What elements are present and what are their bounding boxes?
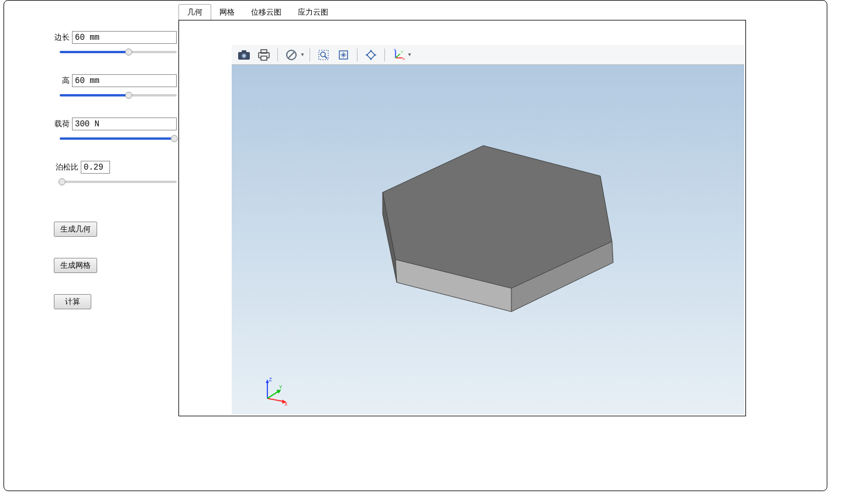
toolbar-separator <box>357 49 357 61</box>
zoom-rect-icon[interactable] <box>315 47 332 63</box>
svg-line-11 <box>325 56 327 58</box>
param-label: 边长 <box>54 32 70 43</box>
chevron-down-icon[interactable]: ▼ <box>407 52 412 57</box>
toolbar-separator <box>310 49 310 61</box>
param-slider[interactable] <box>60 134 177 143</box>
svg-line-8 <box>288 51 295 58</box>
param-slider[interactable] <box>60 47 177 57</box>
generate-geometry-button[interactable]: 生成几何 <box>54 222 97 237</box>
hexagon-prism-model <box>372 141 630 328</box>
axis-z-label: Z <box>269 377 272 382</box>
sidebar: 边长 高 载荷 泊松比 <box>54 31 177 309</box>
param-group: 泊松比 <box>54 161 177 187</box>
generate-mesh-button[interactable]: 生成网格 <box>54 258 97 273</box>
tab-1[interactable]: 网格 <box>211 5 243 20</box>
svg-text:X: X <box>403 57 405 61</box>
svg-rect-1 <box>242 50 246 53</box>
toolbar-separator <box>384 49 385 61</box>
tab-0[interactable]: 几何 <box>178 4 211 20</box>
deny-icon[interactable] <box>283 47 300 63</box>
svg-line-28 <box>267 398 284 401</box>
svg-text:Y: Y <box>401 50 403 54</box>
camera-icon[interactable] <box>235 47 253 63</box>
param-slider[interactable] <box>60 177 177 187</box>
print-icon[interactable] <box>255 47 273 63</box>
axis-x-label: X <box>284 402 288 406</box>
svg-line-30 <box>267 391 279 399</box>
param-label: 高 <box>54 75 70 86</box>
param-group: 高 <box>54 74 177 100</box>
viewport[interactable]: ▼ ZYX ▼ <box>232 45 744 415</box>
param-group: 边长 <box>54 31 177 57</box>
svg-point-10 <box>321 52 325 57</box>
param-slider[interactable] <box>60 91 177 100</box>
viewport-toolbar: ▼ ZYX ▼ <box>232 45 744 65</box>
fit-view-icon[interactable] <box>335 47 352 63</box>
svg-line-15 <box>396 54 400 58</box>
svg-text:Z: Z <box>394 49 396 51</box>
param-label: 载荷 <box>54 119 70 129</box>
axis-triad: Z Y X <box>261 377 290 406</box>
param-label: 泊松比 <box>54 162 78 172</box>
param-input-2[interactable] <box>72 118 177 130</box>
toolbar-separator <box>277 49 278 61</box>
svg-point-3 <box>243 54 246 57</box>
tab-bar: 几何网格位移云图应力云图 <box>178 6 336 20</box>
param-group: 载荷 <box>54 118 177 143</box>
viewport-frame: ▼ ZYX ▼ <box>178 20 746 416</box>
tab-2[interactable]: 位移云图 <box>243 5 290 20</box>
param-input-0[interactable] <box>72 31 177 44</box>
app-frame: 边长 高 载荷 泊松比 <box>4 0 827 491</box>
axes-orientation-icon[interactable]: ZYX <box>390 47 407 63</box>
axis-y-label: Y <box>279 385 283 390</box>
chevron-down-icon[interactable]: ▼ <box>300 52 305 57</box>
diamond-expand-icon[interactable] <box>362 47 380 63</box>
param-input-3[interactable] <box>81 161 110 174</box>
param-input-1[interactable] <box>72 74 177 87</box>
svg-rect-6 <box>261 56 267 60</box>
tab-3[interactable]: 应力云图 <box>290 5 336 20</box>
model-canvas[interactable]: Z Y X <box>232 65 744 415</box>
compute-button[interactable]: 计算 <box>54 294 91 309</box>
